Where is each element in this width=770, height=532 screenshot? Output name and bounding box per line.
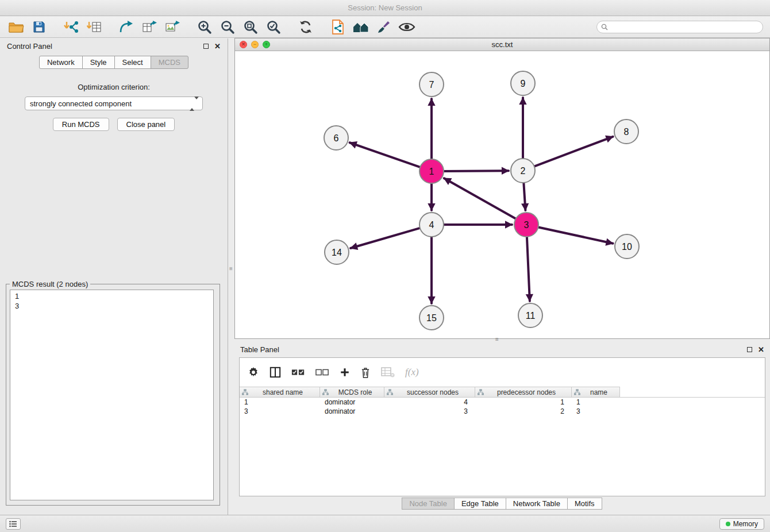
search-input[interactable] [596,21,763,33]
show-columns-button[interactable] [270,367,281,378]
control-panel-title: Control Panel [7,42,52,51]
function-builder-button[interactable]: f(x) [405,367,419,378]
zoom-fit-icon [243,20,258,34]
tab-network-table[interactable]: Network Table [506,498,568,510]
close-panel-icon[interactable]: ✕ [214,43,221,50]
float-table-panel-icon[interactable] [747,347,752,352]
delete-column-button[interactable] [360,367,371,379]
memory-button[interactable]: Memory [719,518,764,530]
tab-edge-table[interactable]: Edge Table [454,498,506,510]
plus-icon [340,367,350,377]
open-session-button[interactable] [7,18,25,36]
optimization-criterion-label: Optimization criterion: [0,83,228,91]
deselect-all-rows-button[interactable] [315,368,329,376]
node-3[interactable]: 3 [514,213,538,237]
window-zoom-button[interactable]: + [263,41,270,48]
folder-icon [9,21,24,33]
table-cell: 2 [475,407,572,415]
network-canvas[interactable]: 7968124314101511 [235,51,769,338]
home-icon [352,20,369,34]
svg-text:9: 9 [521,79,526,88]
edge-1-2[interactable] [442,171,509,171]
table-row[interactable]: 3dominator323 [240,407,765,416]
run-mcds-button[interactable]: Run MCDS [53,118,109,131]
horizontal-splitter-handle[interactable]: ≡ [495,337,499,342]
zoom-in-button[interactable] [195,18,214,36]
table-tabs: Node TableEdge TableNetwork TableMotifs [234,498,770,510]
table-cell: dominator [320,398,384,406]
memory-label: Memory [733,520,758,528]
node-11[interactable]: 11 [518,303,542,327]
export-network-button[interactable] [117,18,136,36]
node-1[interactable]: 1 [419,159,444,183]
svg-text:2: 2 [521,166,526,176]
svg-text:15: 15 [426,313,437,323]
save-session-button[interactable] [30,18,48,36]
overview-button[interactable] [352,18,370,36]
edge-3-10[interactable] [537,227,613,244]
zoom-out-icon [220,20,235,34]
import-table-button[interactable] [85,18,103,36]
control-panel-tabs: NetworkStyleSelectMCDS [0,56,228,69]
status-bar: Memory [0,515,770,532]
node-table-body: 1dominator4113dominator323 [240,398,765,416]
window-close-button[interactable]: ✕ [240,41,247,48]
edge-1-6[interactable] [350,142,421,167]
node-4[interactable]: 4 [419,213,444,237]
style-brush-button[interactable] [375,18,393,36]
tab-style[interactable]: Style [82,56,115,69]
import-network-button[interactable] [62,18,80,36]
zoom-in-icon [197,20,212,34]
svg-text:14: 14 [332,248,342,257]
export-table-button[interactable] [140,18,159,36]
node-6[interactable]: 6 [324,126,348,150]
vertical-splitter-handle[interactable]: ≡ [229,266,233,272]
show-graphics-button[interactable] [398,18,416,36]
table-cell: dominator [320,407,384,415]
tab-node-table[interactable]: Node Table [402,498,455,510]
edge-3-11[interactable] [527,236,530,301]
node-7[interactable]: 7 [419,72,444,97]
column-header-name[interactable]: name [572,387,620,398]
table-row[interactable]: 1dominator411 [240,398,765,407]
node-9[interactable]: 9 [511,71,535,95]
window-minimize-button[interactable]: − [251,41,259,48]
edge-2-3[interactable] [523,182,525,210]
close-panel-button[interactable]: Close panel [117,118,175,131]
destroy-table-button[interactable] [381,367,395,378]
tab-network[interactable]: Network [39,56,83,69]
mcds-result-list[interactable]: 13 [10,290,214,500]
column-header-successor-nodes[interactable]: successor nodes [384,387,475,398]
node-8[interactable]: 8 [614,119,638,144]
tab-motifs[interactable]: Motifs [567,498,602,510]
column-header-MCDS-role[interactable]: MCDS role [320,387,384,398]
float-panel-icon[interactable] [203,44,209,49]
settings-button[interactable] [248,367,259,378]
zoom-out-button[interactable] [218,18,237,36]
node-14[interactable]: 14 [325,240,349,264]
zoom-selected-button[interactable] [264,18,283,36]
refresh-button[interactable] [297,18,315,36]
column-header-shared-name[interactable]: shared name [240,387,320,398]
tab-mcds[interactable]: MCDS [151,56,188,69]
optimization-criterion-select[interactable]: strongly connected component [25,97,203,110]
tab-select[interactable]: Select [114,56,151,69]
mcds-result-line: 1 [15,291,209,301]
table-cell: 3 [572,407,620,415]
status-menu-button[interactable] [6,518,21,530]
export-image-button[interactable] [163,18,182,36]
edge-2-8[interactable] [533,137,613,167]
node-2[interactable]: 2 [511,159,535,183]
zoom-fit-button[interactable] [241,18,260,36]
add-column-button[interactable] [340,367,350,377]
edge-3-1[interactable] [444,178,517,219]
node-10[interactable]: 10 [615,234,639,259]
optimization-criterion-value: strongly connected component [30,99,132,108]
select-all-rows-button[interactable] [291,368,305,376]
node-15[interactable]: 15 [419,306,444,330]
edge-4-14[interactable] [351,228,421,248]
column-header-predecessor-nodes[interactable]: predecessor nodes [475,387,572,398]
close-table-panel-icon[interactable]: ✕ [758,346,764,353]
svg-text:3: 3 [524,220,529,230]
first-neighbors-button[interactable] [329,18,347,36]
